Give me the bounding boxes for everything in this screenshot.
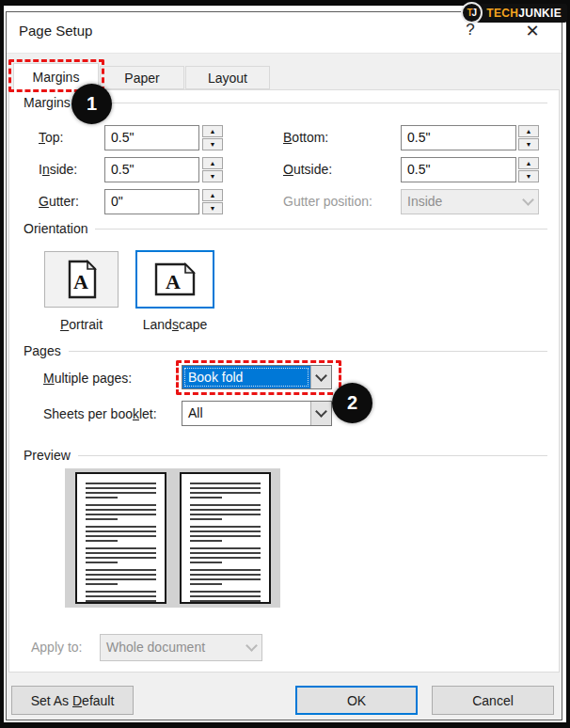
label-post: side:	[50, 162, 78, 177]
logo-junkie-text: JUNKIE	[518, 7, 562, 20]
help-icon[interactable]: ?	[459, 21, 482, 40]
tab-paper[interactable]: Paper	[100, 66, 184, 89]
label-key: O	[283, 162, 293, 177]
top-margin-label: Top:	[39, 130, 63, 145]
label-pre: Land	[143, 317, 172, 332]
apply-to-label: Apply to:	[31, 640, 82, 655]
margins-tab-page: Margins Top: 0.5" ▲ ▼ Bottom: 0.5" ▲ ▼ I…	[8, 89, 560, 673]
chevron-down-icon[interactable]	[310, 366, 331, 388]
gutter-position-label: Gutter position:	[283, 194, 372, 209]
svg-text:A: A	[73, 270, 88, 293]
tab-paper-label: Paper	[124, 71, 159, 86]
spin-down-icon[interactable]: ▼	[518, 170, 539, 182]
spin-up-icon[interactable]: ▲	[518, 157, 539, 169]
inside-margin-label: Inside:	[39, 162, 77, 177]
tab-margins-label: Margins	[33, 70, 80, 85]
orientation-group-heading: Orientation	[24, 221, 547, 236]
gutter-input[interactable]: 0"	[104, 189, 199, 214]
preview-heading-text: Preview	[24, 448, 71, 463]
portrait-page-icon: A	[67, 260, 97, 299]
outside-margin-label: Outside:	[283, 162, 332, 177]
logo-letter-j: J	[472, 8, 478, 18]
label-post: ottom:	[292, 130, 328, 145]
multiple-pages-value: Book fold	[182, 366, 310, 388]
inside-margin-spinner: ▲ ▼	[202, 157, 223, 182]
multiple-pages-label: Multiple pages:	[43, 371, 132, 386]
pages-heading-text: Pages	[24, 343, 61, 358]
group-divider	[78, 455, 547, 456]
bottom-margin-label: Bottom:	[283, 130, 328, 145]
page-setup-dialog: Page Setup ? ✕ Margins Paper Layout 1 Ma…	[6, 11, 562, 720]
bottom-margin-input[interactable]: 0.5"	[401, 125, 516, 150]
label-pre: Sheets per boo	[43, 406, 133, 421]
close-icon[interactable]: ✕	[521, 21, 544, 41]
label-key: M	[43, 371, 55, 386]
gutter-position-select: Inside	[401, 189, 539, 214]
tab-layout[interactable]: Layout	[185, 66, 270, 89]
multiple-pages-select[interactable]: Book fold	[182, 365, 332, 389]
spin-up-icon[interactable]: ▲	[202, 189, 223, 201]
landscape-orientation-button[interactable]: A	[135, 250, 214, 309]
top-margin-input[interactable]: 0.5"	[104, 125, 199, 150]
label-key: s	[172, 317, 179, 332]
ok-button[interactable]: OK	[295, 686, 418, 715]
apply-to-select: Whole document	[100, 634, 262, 661]
label-post: cape	[179, 317, 207, 332]
outside-margin-spinner: ▲ ▼	[518, 157, 539, 182]
spin-down-icon[interactable]: ▼	[202, 202, 223, 214]
chevron-down-icon[interactable]	[310, 402, 331, 425]
label-post: op:	[45, 130, 63, 145]
landscape-label: Landscape	[135, 317, 214, 332]
spin-up-icon[interactable]: ▲	[518, 125, 539, 137]
spin-up-icon[interactable]: ▲	[202, 125, 223, 137]
label-key: P	[60, 317, 69, 332]
top-margin-spinner: ▲ ▼	[202, 125, 223, 150]
sheets-per-booklet-select[interactable]: All	[182, 401, 332, 426]
svg-text:A: A	[166, 270, 181, 293]
portrait-label: Portrait	[44, 317, 119, 332]
preview-page	[180, 472, 271, 604]
set-as-default-button[interactable]: Set As Default	[11, 686, 134, 715]
group-divider	[78, 103, 547, 103]
landscape-page-icon: A	[153, 261, 197, 297]
preview-group-heading: Preview	[24, 448, 547, 463]
spin-down-icon[interactable]: ▼	[202, 138, 223, 150]
orientation-heading-text: Orientation	[24, 221, 87, 236]
dialog-title: Page Setup	[19, 23, 92, 39]
label-key: n	[42, 162, 50, 177]
label-post: utter:	[49, 194, 79, 209]
sheets-per-booklet-label: Sheets per booklet:	[43, 406, 157, 421]
portrait-orientation-button[interactable]: A	[44, 251, 119, 308]
gutter-label: Gutter:	[39, 194, 79, 209]
label-key: T	[39, 130, 45, 145]
label-key: D	[72, 693, 82, 708]
apply-to-value: Whole document	[101, 635, 242, 660]
annotation-step-1: 1	[71, 84, 112, 124]
label-pre: Set As	[31, 693, 72, 708]
spin-up-icon[interactable]: ▲	[202, 157, 223, 169]
techjunkie-wordmark: TECHJUNKIE	[476, 4, 567, 23]
preview-page	[75, 472, 166, 604]
annotation-step-2: 2	[332, 383, 372, 423]
outside-margin-input[interactable]: 0.5"	[401, 157, 516, 182]
gutter-spinner: ▲ ▼	[202, 189, 223, 214]
techjunkie-logo: TJ TECHJUNKIE	[461, 2, 567, 24]
logo-tech-text: TECH	[486, 7, 518, 20]
group-divider	[95, 229, 547, 229]
group-divider	[69, 351, 547, 352]
label-post: ultiple pages:	[55, 371, 133, 386]
gutter-position-value: Inside	[402, 190, 518, 214]
label-key: G	[39, 194, 49, 209]
label-post: let:	[139, 406, 157, 421]
label-post: utside:	[293, 162, 332, 177]
cancel-button[interactable]: Cancel	[432, 686, 554, 715]
label-key: B	[283, 130, 292, 145]
spin-down-icon[interactable]: ▼	[518, 138, 539, 150]
pages-group-heading: Pages	[24, 343, 547, 358]
bottom-margin-spinner: ▲ ▼	[518, 125, 539, 150]
label-post: efault	[82, 693, 114, 708]
chevron-down-icon	[518, 190, 538, 214]
spin-down-icon[interactable]: ▼	[202, 170, 223, 182]
sheets-per-booklet-value: All	[182, 402, 310, 425]
inside-margin-input[interactable]: 0.5"	[104, 157, 199, 182]
